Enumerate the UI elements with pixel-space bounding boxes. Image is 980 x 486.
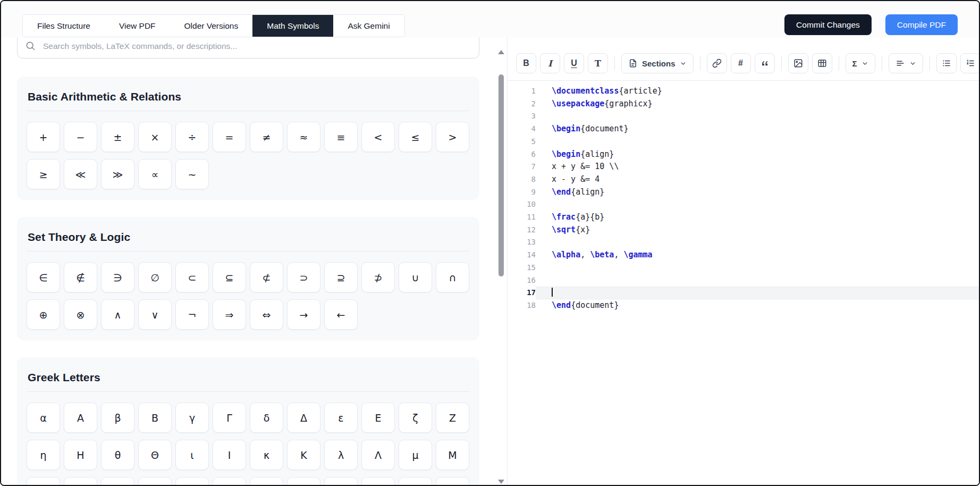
code-line[interactable]: 7x + y &= 10 \\ (508, 161, 979, 173)
symbol-button[interactable]: α (27, 403, 60, 433)
symbol-button[interactable]: ζ (399, 403, 432, 433)
tab-ask-gemini[interactable]: Ask Gemini (333, 15, 404, 37)
bullet-list-button[interactable] (936, 53, 957, 73)
symbol-button[interactable]: κ (250, 440, 283, 470)
symbol-button[interactable] (361, 477, 395, 485)
symbol-button[interactable]: Η (64, 440, 97, 470)
symbol-button[interactable]: ⊆ (213, 262, 246, 292)
code-line-content[interactable]: \begin{document} (536, 123, 979, 136)
symbol-button[interactable] (138, 477, 172, 485)
symbol-button[interactable]: ⊄ (250, 262, 283, 292)
symbol-button[interactable]: Κ (287, 440, 320, 470)
symbol-button[interactable]: ∼ (175, 159, 209, 189)
symbol-button[interactable]: ⊇ (324, 262, 358, 292)
symbol-button[interactable] (287, 477, 320, 485)
code-line[interactable]: 18\end{document} (508, 299, 979, 312)
tab-math-symbols[interactable]: Math Symbols (252, 15, 333, 37)
code-line-content[interactable] (536, 287, 979, 299)
code-line-content[interactable] (536, 198, 979, 211)
symbol-button[interactable]: = (213, 122, 246, 152)
text-style-button[interactable]: T (588, 53, 608, 73)
symbol-button[interactable] (27, 477, 60, 485)
symbol-button[interactable]: ⊂ (175, 262, 209, 292)
symbol-button[interactable]: ≫ (101, 159, 134, 189)
symbol-button[interactable] (324, 477, 358, 485)
code-line-content[interactable]: \sqrt{x} (536, 224, 979, 237)
symbol-button[interactable]: Β (138, 403, 172, 433)
code-line-content[interactable]: \begin{align} (536, 148, 979, 161)
symbol-button[interactable]: Μ (436, 440, 469, 470)
code-line-content[interactable]: x - y &= 4 (536, 173, 979, 186)
symbol-button[interactable]: ≤ (399, 122, 432, 152)
symbol-search-input[interactable] (17, 37, 479, 58)
symbol-button[interactable]: ⊅ (361, 262, 395, 292)
math-symbols-dropdown[interactable]: Σ (846, 53, 875, 73)
symbol-button[interactable] (436, 477, 469, 485)
quote-button[interactable] (755, 53, 775, 73)
code-line[interactable]: 9\end{align} (508, 186, 979, 199)
symbol-button[interactable]: ε (324, 403, 358, 433)
symbol-button[interactable]: ≪ (64, 159, 97, 189)
symbol-button[interactable]: ≠ (250, 122, 283, 152)
symbol-button[interactable]: ≥ (27, 159, 60, 189)
symbol-button[interactable]: ≈ (287, 122, 320, 152)
symbol-button[interactable]: ∉ (64, 262, 97, 292)
scroll-up-arrow-icon[interactable] (498, 50, 504, 54)
code-line-content[interactable] (536, 136, 979, 148)
symbol-button[interactable] (175, 477, 209, 485)
code-line[interactable]: 12\sqrt{x} (508, 224, 979, 237)
symbol-button[interactable]: ⊕ (27, 299, 60, 330)
symbol-button[interactable]: ∅ (138, 262, 172, 292)
symbol-button[interactable]: μ (399, 440, 432, 470)
hash-button[interactable]: # (731, 53, 751, 73)
code-line[interactable]: 15 (508, 262, 979, 274)
link-button[interactable] (707, 53, 727, 73)
code-line-content[interactable]: \usepackage{graphicx} (536, 98, 979, 111)
code-line-content[interactable]: \frac{a}{b} (536, 211, 979, 224)
symbol-button[interactable]: ← (324, 299, 358, 330)
symbol-button[interactable]: ⊃ (287, 262, 320, 292)
symbol-button[interactable]: ± (101, 122, 134, 152)
symbol-button[interactable] (250, 477, 283, 485)
symbol-button[interactable]: ι (175, 440, 209, 470)
symbol-button[interactable] (399, 477, 432, 485)
code-line[interactable]: 6\begin{align} (508, 148, 979, 161)
symbol-button[interactable]: ≡ (324, 122, 358, 152)
symbol-button[interactable]: γ (175, 403, 209, 433)
code-line[interactable]: 1\documentclass{article} (508, 85, 979, 98)
sections-dropdown[interactable]: Sections (621, 53, 694, 73)
italic-button[interactable]: I (540, 53, 560, 73)
symbol-button[interactable]: ¬ (175, 299, 209, 330)
table-button[interactable] (812, 53, 832, 73)
symbol-button[interactable]: × (138, 122, 172, 152)
underline-button[interactable]: U (564, 53, 584, 73)
code-line[interactable]: 14\alpha, \beta, \gamma (508, 249, 979, 262)
code-line-content[interactable] (536, 274, 979, 287)
code-line-content[interactable]: \end{document} (536, 299, 979, 312)
symbol-button[interactable]: Ε (361, 403, 395, 433)
code-line[interactable]: 13 (508, 236, 979, 249)
symbol-button[interactable]: ∋ (101, 262, 134, 292)
symbol-button[interactable] (213, 477, 246, 485)
code-line-content[interactable] (536, 236, 979, 249)
symbol-button[interactable]: < (361, 122, 395, 152)
code-line[interactable]: 2\usepackage{graphicx} (508, 98, 979, 111)
symbol-button[interactable]: Ι (213, 440, 246, 470)
code-line[interactable]: 17 (508, 287, 979, 299)
symbol-button[interactable]: ∈ (27, 262, 60, 292)
symbol-button[interactable]: − (64, 122, 97, 152)
symbol-button[interactable]: + (27, 122, 60, 152)
code-line[interactable]: 16 (508, 274, 979, 287)
symbol-button[interactable] (64, 477, 97, 485)
symbol-button[interactable]: Δ (287, 403, 320, 433)
symbol-button[interactable]: ∧ (101, 299, 134, 330)
numbered-list-button[interactable] (960, 53, 979, 73)
bold-button[interactable]: B (516, 53, 536, 73)
symbol-button[interactable]: ⊗ (64, 299, 97, 330)
alignment-dropdown[interactable] (889, 53, 923, 73)
code-line[interactable]: 3 (508, 110, 979, 123)
symbol-button[interactable]: η (27, 440, 60, 470)
symbol-button[interactable]: ∝ (138, 159, 172, 189)
symbol-button[interactable]: Α (64, 403, 97, 433)
symbol-button[interactable]: ⇔ (250, 299, 283, 330)
